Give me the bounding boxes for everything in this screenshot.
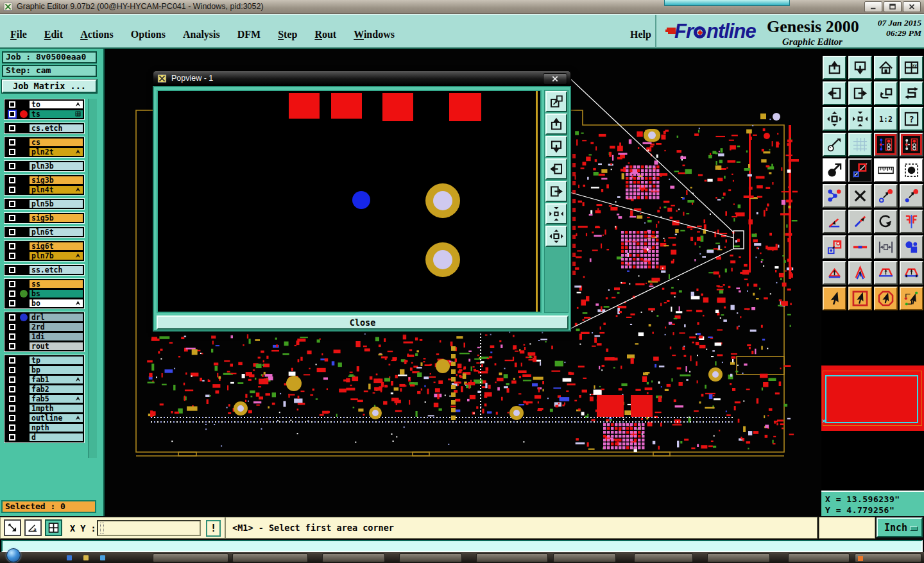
menu-dfm[interactable]: DFM [237,22,261,40]
layer-row-fab2[interactable]: fab2 [5,385,83,394]
layer-row-outline[interactable]: outline [5,414,83,423]
delete-x-button[interactable] [848,184,872,208]
taskbar-quicklaunch-icon[interactable] [67,555,72,560]
layer-visibility-checkbox[interactable] [5,385,19,394]
layer-row-pln7b[interactable]: pln7b [5,251,83,260]
layer-row-rout[interactable]: rout [5,342,83,351]
layer-visibility-checkbox[interactable] [5,176,19,185]
menu-rout[interactable]: Rout [314,22,336,40]
layer-label[interactable]: bs [29,289,83,298]
pan-up-button[interactable] [545,113,567,135]
layer-visibility-checkbox[interactable] [5,251,19,260]
layer-visibility-checkbox[interactable] [5,289,19,298]
layer-row-npth[interactable]: npth [5,423,83,432]
layer-label[interactable]: cs [29,138,83,147]
popout-window-button[interactable] [545,91,567,112]
menu-step[interactable]: Step [278,22,297,40]
layer-visibility-checkbox[interactable] [5,242,19,251]
layer-row-1di[interactable]: 1di [5,332,83,341]
layer-label[interactable]: to [29,100,83,109]
layer-label[interactable]: npth [29,423,83,432]
layer-visibility-checkbox[interactable] [5,404,19,413]
spacing-button[interactable] [874,235,898,259]
menu-help[interactable]: Help [630,15,651,47]
layer-label[interactable]: cs.etch [29,124,83,133]
layer-visibility-checkbox[interactable] [5,228,19,237]
layer-row-ss.etch[interactable]: ss.etch [5,265,83,274]
pan-right-button[interactable] [545,181,567,202]
layer-visibility-checkbox[interactable] [5,366,19,374]
layer-row-fab5[interactable]: fab5 [5,394,83,403]
layer-row-ss[interactable]: ss [5,280,83,289]
layer-row-pln4t[interactable]: pln4t [5,185,83,194]
zoom-area-button[interactable] [848,158,872,182]
popview-canvas[interactable] [157,90,542,313]
grid-snap-button[interactable] [45,519,62,536]
arrow-chevron-button[interactable] [848,261,872,285]
layer-label[interactable]: bp [29,366,83,374]
taskbar-button[interactable] [855,553,921,562]
layer-row-bo[interactable]: bo [5,299,83,308]
xy-input[interactable] [97,520,201,536]
layer-label[interactable]: bo [29,299,83,308]
layer-visibility-checkbox[interactable] [5,414,19,423]
copy-dot-button[interactable] [900,184,923,208]
layer-row-cs[interactable]: cs [5,138,83,147]
home-button[interactable] [874,56,898,80]
layer-visibility-checkbox[interactable] [5,423,19,432]
layer-label[interactable]: pln3b [29,162,83,171]
mirror-ff-button[interactable] [900,210,923,233]
arrow-trapezoid-button[interactable] [874,261,898,285]
layer-label[interactable]: outline [29,414,83,423]
layer-visibility-checkbox[interactable] [5,199,19,208]
layer-row-pln5b[interactable]: pln5b [5,199,83,208]
layer-label[interactable]: fab1 [29,375,83,384]
layer-row-to[interactable]: to [5,100,83,109]
layer-row-bp[interactable]: bp [5,366,83,374]
popview-close-button[interactable] [543,73,567,85]
layer-label[interactable]: rout [29,342,83,351]
layer-label[interactable]: sig5b [29,214,83,223]
measure-ruler-button[interactable] [874,158,898,182]
menu-actions[interactable]: Actions [80,22,114,40]
taskbar-button[interactable] [788,553,850,562]
layer-row-fab1[interactable]: fab1 [5,375,83,384]
copy-circle-button[interactable] [874,184,898,208]
taskbar-quicklaunch-icon[interactable] [100,555,105,560]
taskbar-button[interactable] [232,553,308,562]
tools-palette-button[interactable] [823,133,846,156]
layer-visibility-checkbox[interactable] [5,185,19,194]
taskbar-button[interactable] [553,553,616,562]
minimize-button[interactable] [864,1,882,12]
popview-close-bar-button[interactable]: Close [157,315,569,330]
menu-options[interactable]: Options [131,22,166,40]
s-path-button[interactable] [900,81,923,105]
layer-row-sig6t[interactable]: sig6t [5,242,83,251]
segment-button[interactable] [848,235,872,259]
layer-row-d[interactable]: d [5,433,83,442]
layer-visibility-checkbox[interactable] [5,280,19,289]
layer-row-drl[interactable]: drl [5,313,83,322]
layer-label[interactable]: pln2t [29,147,83,156]
layer-label[interactable]: 2rd [29,323,83,332]
layer-visibility-checkbox[interactable] [5,323,19,332]
layer-visibility-checkbox[interactable] [5,110,19,119]
close-button[interactable] [903,1,921,12]
menu-file[interactable]: File [10,22,27,40]
layer-row-1mpth[interactable]: 1mpth [5,404,83,413]
layer-row-sig3b[interactable]: sig3b [5,176,83,185]
layer-label[interactable]: ss [29,280,83,289]
layer-visibility-checkbox[interactable] [5,342,19,351]
arrow-trapezoid-ticks-button[interactable] [900,261,923,285]
layer-list-scrollbar[interactable] [89,99,97,458]
chain-select-button[interactable] [823,184,846,208]
taskbar-button[interactable] [476,553,548,562]
zoom-fit-button[interactable] [545,203,567,224]
layer-row-bs[interactable]: bs [5,289,83,298]
slant-line-button[interactable] [848,210,872,233]
zoom-fit-button[interactable] [848,107,872,131]
layer-row-pln3b[interactable]: pln3b [5,162,83,171]
maximize-button[interactable] [884,1,902,12]
layer-label[interactable]: pln4t [29,185,83,194]
layer-label[interactable]: 1mpth [29,404,83,413]
